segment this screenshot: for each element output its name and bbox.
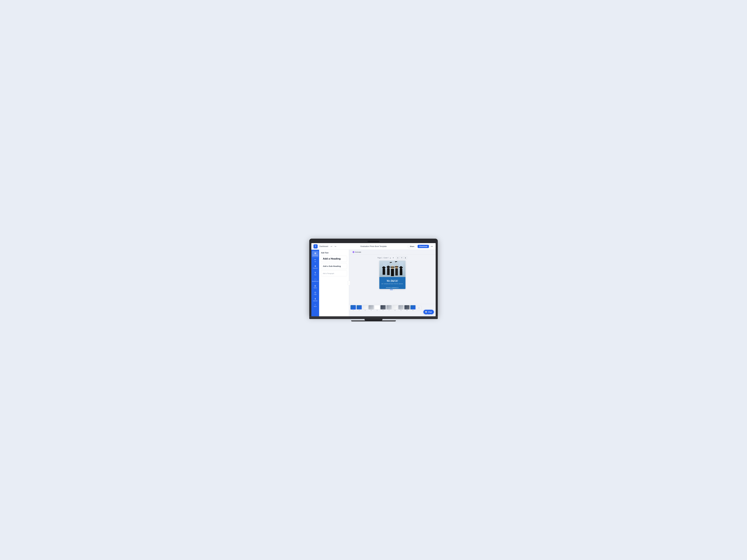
sidebar-item-tables[interactable]: ⊞ Tables (312, 284, 318, 290)
book-preview: We Did It! MY GRADUATION PHOTO BOOK AIDA… (379, 261, 406, 289)
add-heading-option[interactable]: Add a Heading (321, 256, 347, 262)
thumb-item-8: 8 (392, 305, 398, 311)
thumb-item-4: 4 (368, 305, 374, 311)
sidebar-label-templates: Templates (313, 255, 318, 256)
book-subtitle: MY GRADUATION PHOTO BOOK (381, 283, 404, 284)
progress-indicator (390, 289, 395, 290)
thumbnail-4[interactable] (368, 305, 374, 310)
thumbnail-5[interactable] (375, 305, 380, 310)
svg-rect-14 (395, 266, 398, 267)
sidebar-item-graphics[interactable]: ❖ Graphics (312, 264, 318, 270)
svg-rect-10 (391, 269, 394, 276)
sidebar-item-text[interactable]: T Text (312, 270, 318, 277)
sidebar-item-logo[interactable]: ◎ Logo (312, 290, 318, 296)
more-options-button[interactable]: ••• (430, 245, 434, 248)
top-bar-actions: Share Download ••• (408, 245, 434, 248)
main-content: ▦ Templates ✏ Fill ❖ Graphics T (311, 250, 436, 316)
top-bar: T Dashboard ↩ ↪ Graduation Photo Book Te… (311, 243, 436, 250)
thumb-item-9: 9 (398, 305, 404, 311)
add-page-button[interactable]: + (416, 306, 421, 310)
dashboard-link[interactable]: Dashboard (319, 245, 328, 247)
thumb-item-10: 10 (404, 305, 410, 311)
text-panel: Add Text Add a Heading Add a Sub-Heading… (319, 250, 349, 316)
svg-rect-13 (395, 268, 398, 275)
thumb-item-7: 7 (386, 305, 392, 311)
graphics-icon: ❖ (314, 265, 316, 267)
laptop-base (309, 316, 438, 319)
thumbnail-6[interactable] (380, 305, 386, 310)
subheading-label: Add a Sub-Heading (323, 265, 341, 267)
sidebar-label-logo: Logo (314, 294, 316, 295)
add-paragraph-option[interactable]: Add a Paragraph (321, 270, 347, 276)
graduation-scene (379, 261, 406, 277)
page-navigation: Page 1 - Cover f ▲ ▼ ⊞ ⧉ 🗑 (378, 256, 407, 259)
chat-label: Chat (428, 311, 432, 313)
laptop-foot (351, 320, 396, 321)
thumb-item-6: 6 (380, 305, 386, 311)
thumbnail-1[interactable] (351, 305, 356, 310)
svg-rect-8 (387, 267, 390, 267)
uploads-icon: ⬆ (314, 298, 316, 300)
animate-button[interactable]: Animate (352, 250, 362, 254)
more-icon: ••• (315, 304, 316, 305)
add-page-before-button[interactable]: ⊞ (396, 256, 400, 259)
logo-icon: ◎ (314, 291, 316, 293)
delete-page-button[interactable]: 🗑 (404, 256, 407, 259)
sidebar-item-background[interactable]: ⬚ Background (312, 277, 318, 283)
sidebar-item-more[interactable]: ••• More (312, 303, 318, 309)
thumbnail-10[interactable] (404, 305, 410, 310)
sidebar-item-uploads[interactable]: ⬆ Uploads (312, 297, 318, 303)
copy-page-button[interactable]: ⧉ (400, 256, 403, 259)
share-button[interactable]: Share (408, 245, 416, 248)
svg-rect-7 (387, 268, 390, 275)
thumb-item-2: 2 (357, 305, 362, 311)
chat-icon: 💬 (425, 311, 427, 313)
page-actions: ⊞ ⧉ 🗑 (396, 256, 407, 259)
undo-redo-group: ↩ ↪ (330, 245, 337, 248)
svg-rect-16 (400, 269, 402, 275)
sidebar-label-tables: Tables (313, 287, 317, 289)
svg-rect-11 (390, 267, 394, 268)
sidebar-item-templates[interactable]: ▦ Templates (312, 251, 318, 257)
canvas-area: ‹ Animate (349, 250, 436, 316)
sidebar-label-graphics: Graphics (313, 267, 318, 269)
undo-button[interactable]: ↩ (330, 245, 333, 248)
sidebar-item-fill[interactable]: ✏ Fill (312, 258, 318, 264)
add-subheading-option[interactable]: Add a Sub-Heading (321, 263, 347, 269)
page-up-button[interactable]: ▲ (389, 257, 391, 259)
download-button[interactable]: Download (418, 245, 429, 248)
sidebar-label-uploads: Uploads (313, 300, 317, 302)
thumbnail-9[interactable] (398, 305, 404, 310)
sidebar-label-fill: Fill (314, 261, 316, 263)
laptop-stand (364, 319, 383, 320)
svg-rect-5 (382, 267, 386, 268)
thumbnail-2[interactable] (357, 305, 362, 310)
templates-icon: ▦ (314, 252, 316, 254)
thumbnail-11[interactable] (410, 305, 416, 310)
tables-icon: ⊞ (314, 285, 316, 287)
thumbnail-8[interactable] (392, 305, 398, 310)
background-icon: ⬚ (314, 278, 316, 280)
sidebar-label-text: Text (314, 274, 316, 276)
page-down-button[interactable]: ▼ (392, 257, 394, 259)
collapse-panel-toggle[interactable]: ‹ (347, 281, 350, 285)
thumbnail-3[interactable] (362, 305, 368, 310)
svg-rect-17 (400, 267, 403, 268)
book-cover-banner: We Did It! MY GRADUATION PHOTO BOOK (379, 277, 406, 287)
thumbnail-7[interactable] (386, 305, 392, 310)
panel-title: Add Text (321, 252, 347, 254)
bottom-bar: Fit ∧ ⊞ (349, 312, 436, 316)
thumbnail-strip: 1 2 (349, 304, 436, 312)
svg-rect-19 (390, 262, 390, 263)
animate-icon (353, 251, 354, 253)
redo-button[interactable]: ↪ (334, 245, 337, 248)
thumb-item-5: 5 (375, 305, 380, 311)
logo-button[interactable]: T (313, 244, 318, 248)
canvas-main: Page 1 - Cover f ▲ ▼ ⊞ ⧉ 🗑 (349, 255, 436, 304)
chat-button[interactable]: 💬 Chat (423, 310, 434, 314)
fill-icon: ✏ (314, 259, 316, 261)
heading-label: Add a Heading (323, 257, 341, 260)
canvas-toolbar: Animate (349, 250, 436, 255)
book-title: We Did It! (381, 279, 404, 283)
dot-inactive (393, 290, 395, 290)
